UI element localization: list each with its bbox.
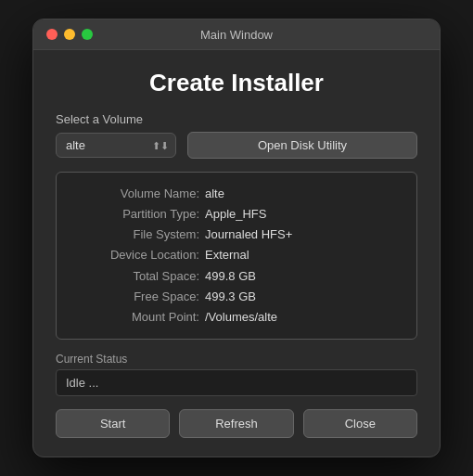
info-label-device-location: Device Location: bbox=[70, 245, 199, 265]
info-label-partition-type: Partition Type: bbox=[70, 204, 199, 225]
close-button[interactable]: Close bbox=[303, 409, 417, 438]
info-label-mount-point: Mount Point: bbox=[70, 307, 199, 328]
volume-select-label: Select a Volume bbox=[56, 112, 417, 126]
info-label-file-system: File System: bbox=[70, 225, 199, 245]
current-status-label: Current Status bbox=[56, 353, 417, 366]
volume-select[interactable]: alte bbox=[56, 133, 176, 158]
info-value-free-space: 499.3 GB bbox=[205, 287, 256, 307]
info-value-volume-name: alte bbox=[205, 184, 224, 204]
main-window: Main Window Create Installer Select a Vo… bbox=[32, 19, 441, 457]
close-traffic-light[interactable] bbox=[46, 29, 58, 40]
info-row-file-system: File System: Journaled HFS+ bbox=[70, 225, 403, 245]
status-field: Idle ... bbox=[56, 369, 417, 396]
page-title: Create Installer bbox=[56, 69, 417, 97]
action-buttons: Start Refresh Close bbox=[56, 409, 417, 438]
window-content: Create Installer Select a Volume alte ⬆⬇… bbox=[33, 50, 440, 457]
controls-row: alte ⬆⬇ Open Disk Utility bbox=[56, 132, 417, 159]
info-row-free-space: Free Space: 499.3 GB bbox=[70, 287, 403, 307]
info-label-total-space: Total Space: bbox=[70, 266, 199, 287]
window-title: Main Window bbox=[200, 28, 273, 42]
volume-info-box: Volume Name: alte Partition Type: Apple_… bbox=[56, 172, 417, 340]
info-value-file-system: Journaled HFS+ bbox=[205, 225, 292, 245]
info-row-mount-point: Mount Point: /Volumes/alte bbox=[70, 307, 403, 328]
info-value-device-location: External bbox=[205, 245, 249, 265]
info-value-mount-point: /Volumes/alte bbox=[205, 307, 277, 328]
info-row-partition-type: Partition Type: Apple_HFS bbox=[70, 204, 403, 225]
info-row-total-space: Total Space: 499.8 GB bbox=[70, 266, 403, 287]
info-label-free-space: Free Space: bbox=[70, 287, 199, 307]
info-value-total-space: 499.8 GB bbox=[205, 266, 256, 287]
maximize-traffic-light[interactable] bbox=[82, 29, 93, 40]
start-button[interactable]: Start bbox=[56, 409, 170, 438]
info-row-volume-name: Volume Name: alte bbox=[70, 184, 403, 204]
status-section: Current Status Idle ... bbox=[56, 353, 417, 396]
volume-select-wrapper: alte ⬆⬇ bbox=[56, 133, 176, 158]
info-row-device-location: Device Location: External bbox=[70, 245, 403, 265]
info-label-volume-name: Volume Name: bbox=[70, 184, 199, 204]
title-bar: Main Window bbox=[33, 19, 440, 50]
minimize-traffic-light[interactable] bbox=[64, 29, 75, 40]
traffic-lights bbox=[46, 29, 93, 40]
info-value-partition-type: Apple_HFS bbox=[205, 204, 266, 225]
open-disk-utility-button[interactable]: Open Disk Utility bbox=[187, 132, 417, 159]
refresh-button[interactable]: Refresh bbox=[179, 409, 293, 438]
